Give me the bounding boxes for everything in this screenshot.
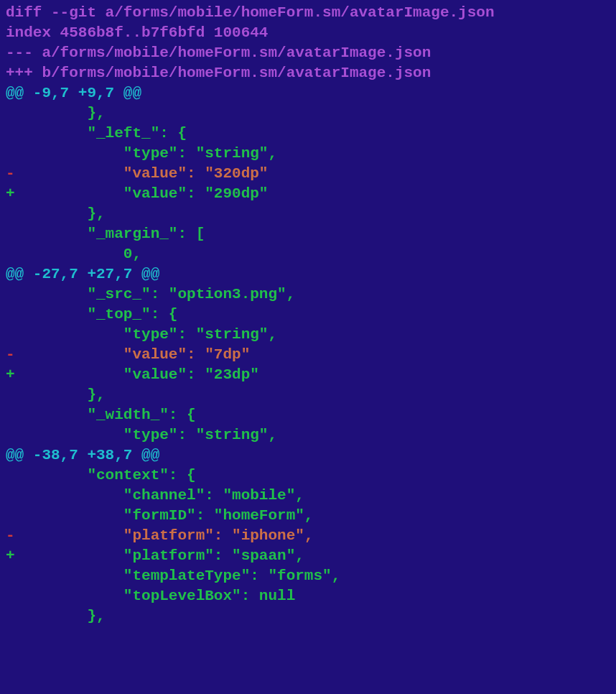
diff-line-ctx: "formID": "homeForm", bbox=[6, 506, 610, 526]
diff-line-ctx: "type": "string", bbox=[6, 425, 610, 445]
diff-line-ctx: }, bbox=[6, 103, 610, 124]
diff-line-ctx: }, bbox=[6, 606, 610, 626]
diff-line-add: + "value": "290dp" bbox=[6, 184, 610, 204]
diff-line-del: - "value": "320dp" bbox=[6, 164, 610, 184]
diff-line-ctx: "_left_": { bbox=[6, 124, 610, 144]
diff-line-ctx: }, bbox=[6, 204, 610, 224]
diff-header-old: --- a/forms/mobile/homeForm.sm/avatarIma… bbox=[6, 43, 610, 63]
diff-line-add: + "value": "23dp" bbox=[6, 365, 610, 385]
diff-header-index: index 4586b8f..b7f6bfd 100644 bbox=[6, 23, 610, 43]
diff-line-ctx: "templateType": "forms", bbox=[6, 566, 610, 586]
diff-line-ctx: }, bbox=[6, 385, 610, 405]
diff-output: diff --git a/forms/mobile/homeForm.sm/av… bbox=[0, 0, 616, 632]
diff-hunk-header: @@ -9,7 +9,7 @@ bbox=[6, 83, 610, 103]
diff-line-ctx: "_margin_": [ bbox=[6, 224, 610, 244]
diff-line-ctx: 0, bbox=[6, 244, 610, 264]
diff-line-add: + "platform": "spaan", bbox=[6, 546, 610, 566]
diff-header-new: +++ b/forms/mobile/homeForm.sm/avatarIma… bbox=[6, 63, 610, 83]
diff-line-ctx: "topLevelBox": null bbox=[6, 586, 610, 606]
diff-header-cmd: diff --git a/forms/mobile/homeForm.sm/av… bbox=[6, 3, 610, 23]
diff-line-ctx: "_width_": { bbox=[6, 405, 610, 425]
diff-line-ctx: "channel": "mobile", bbox=[6, 486, 610, 506]
diff-hunk-header: @@ -38,7 +38,7 @@ bbox=[6, 445, 610, 466]
diff-line-ctx: "type": "string", bbox=[6, 325, 610, 345]
diff-hunk-header: @@ -27,7 +27,7 @@ bbox=[6, 264, 610, 284]
diff-line-ctx: "_top_": { bbox=[6, 305, 610, 325]
diff-line-del: - "platform": "iphone", bbox=[6, 526, 610, 546]
diff-line-ctx: "context": { bbox=[6, 466, 610, 486]
diff-line-ctx: "_src_": "option3.png", bbox=[6, 284, 610, 305]
diff-line-ctx: "type": "string", bbox=[6, 144, 610, 164]
diff-line-del: - "value": "7dp" bbox=[6, 345, 610, 365]
